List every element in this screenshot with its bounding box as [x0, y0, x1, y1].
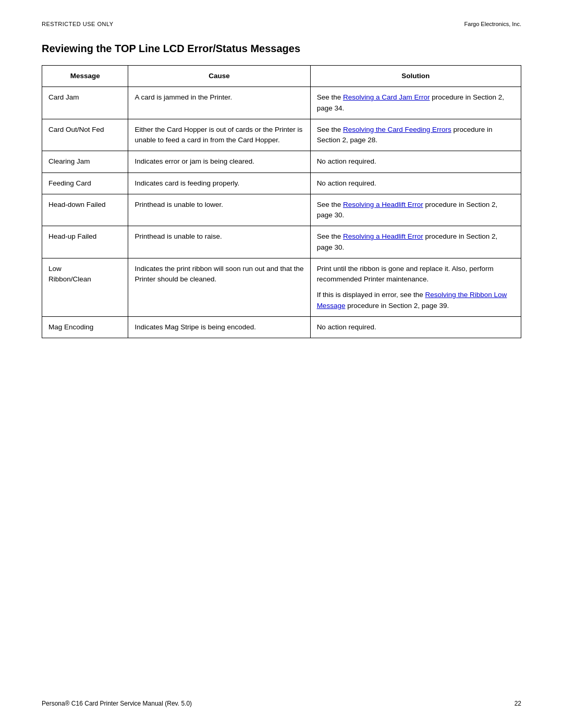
page-title: Reviewing the TOP Line LCD Error/Status …: [42, 43, 521, 55]
message-cell: Head-up Failed: [42, 226, 128, 258]
table-row: Head-up Failed Printhead is unable to ra…: [42, 226, 521, 258]
col-header-solution: Solution: [310, 66, 521, 87]
table-row: Mag Encoding Indicates Mag Stripe is bei…: [42, 316, 521, 338]
message-cell: LowRibbon/Clean: [42, 258, 128, 316]
message-cell: Clearing Jam: [42, 151, 128, 172]
cause-cell: A card is jammed in the Printer.: [128, 87, 310, 119]
page-header: RESTRICTED USE ONLY Fargo Electronics, I…: [42, 21, 521, 27]
message-cell: Head-down Failed: [42, 194, 128, 226]
solution-cell: See the Resolving the Card Feeding Error…: [310, 119, 521, 151]
table-row: Head-down Failed Printhead is unable to …: [42, 194, 521, 226]
message-cell: Card Jam: [42, 87, 128, 119]
solution-cell: Print until the ribbon is gone and repla…: [310, 258, 521, 316]
error-status-table: Message Cause Solution Card Jam A card i…: [42, 65, 521, 338]
solution-cell: No action required.: [310, 316, 521, 338]
cause-cell: Printhead is unable to raise.: [128, 226, 310, 258]
cause-cell: Printhead is unable to lower.: [128, 194, 310, 226]
footer-right: 22: [515, 700, 521, 707]
header-right: Fargo Electronics, Inc.: [464, 21, 521, 27]
page-footer: Persona® C16 Card Printer Service Manual…: [42, 700, 521, 707]
header-left: RESTRICTED USE ONLY: [42, 21, 114, 27]
cause-cell: Indicates Mag Stripe is being encoded.: [128, 316, 310, 338]
table-row: Feeding Card Indicates card is feeding p…: [42, 172, 521, 194]
table-row: LowRibbon/Clean Indicates the print ribb…: [42, 258, 521, 316]
ribbon-low-link[interactable]: Resolving the Ribbon Low Message: [317, 291, 507, 309]
message-cell: Feeding Card: [42, 172, 128, 194]
headlift-up-link[interactable]: Resolving a Headlift Error: [343, 232, 423, 240]
cause-cell: Either the Card Hopper is out of cards o…: [128, 119, 310, 151]
col-header-cause: Cause: [128, 66, 310, 87]
table-row: Clearing Jam Indicates error or jam is b…: [42, 151, 521, 172]
message-cell: Card Out/Not Fed: [42, 119, 128, 151]
page-container: RESTRICTED USE ONLY Fargo Electronics, I…: [0, 0, 563, 728]
cause-cell: Indicates card is feeding properly.: [128, 172, 310, 194]
table-row: Card Out/Not Fed Either the Card Hopper …: [42, 119, 521, 151]
footer-left: Persona® C16 Card Printer Service Manual…: [42, 700, 192, 707]
solution-cell: See the Resolving a Headlift Error proce…: [310, 194, 521, 226]
col-header-message: Message: [42, 66, 128, 87]
table-row: Card Jam A card is jammed in the Printer…: [42, 87, 521, 119]
solution-cell: See the Resolving a Card Jam Error proce…: [310, 87, 521, 119]
cause-cell: Indicates error or jam is being cleared.: [128, 151, 310, 172]
headlift-down-link[interactable]: Resolving a Headlift Error: [343, 201, 423, 208]
card-feeding-link[interactable]: Resolving the Card Feeding Errors: [343, 126, 451, 133]
message-cell: Mag Encoding: [42, 316, 128, 338]
card-jam-link[interactable]: Resolving a Card Jam Error: [343, 93, 430, 101]
table-header-row: Message Cause Solution: [42, 66, 521, 87]
solution-cell: No action required.: [310, 172, 521, 194]
solution-cell: See the Resolving a Headlift Error proce…: [310, 226, 521, 258]
cause-cell: Indicates the print ribbon will soon run…: [128, 258, 310, 316]
solution-cell: No action required.: [310, 151, 521, 172]
